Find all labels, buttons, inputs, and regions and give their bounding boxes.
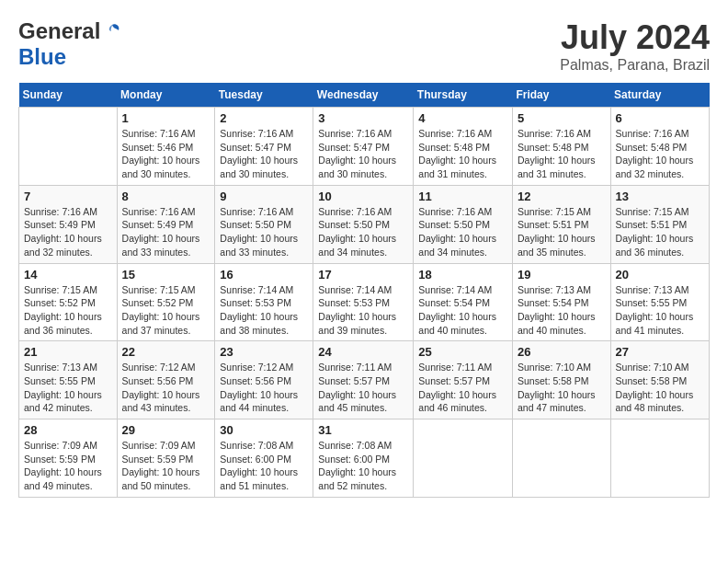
day-info: Sunrise: 7:12 AM Sunset: 5:56 PM Dayligh… xyxy=(122,361,210,415)
day-info: Sunrise: 7:14 AM Sunset: 5:53 PM Dayligh… xyxy=(318,283,408,338)
day-info: Sunrise: 7:14 AM Sunset: 5:53 PM Dayligh… xyxy=(220,283,308,338)
calendar-cell: 18Sunrise: 7:14 AM Sunset: 5:54 PM Dayli… xyxy=(414,263,513,341)
calendar-week-row: 1Sunrise: 7:16 AM Sunset: 5:46 PM Daylig… xyxy=(19,108,710,186)
calendar-cell: 28Sunrise: 7:09 AM Sunset: 5:59 PM Dayli… xyxy=(19,419,118,498)
day-info: Sunrise: 7:16 AM Sunset: 5:48 PM Dayligh… xyxy=(616,127,704,181)
day-info: Sunrise: 7:09 AM Sunset: 5:59 PM Dayligh… xyxy=(24,439,112,493)
calendar-header-row: SundayMondayTuesdayWednesdayThursdayFrid… xyxy=(19,83,710,108)
day-info: Sunrise: 7:16 AM Sunset: 5:48 PM Dayligh… xyxy=(418,127,507,181)
day-info: Sunrise: 7:16 AM Sunset: 5:50 PM Dayligh… xyxy=(318,205,408,259)
calendar-cell: 22Sunrise: 7:12 AM Sunset: 5:56 PM Dayli… xyxy=(117,341,215,419)
calendar-cell: 26Sunrise: 7:10 AM Sunset: 5:58 PM Dayli… xyxy=(512,341,610,419)
col-header-thursday: Thursday xyxy=(414,83,513,108)
calendar-week-row: 28Sunrise: 7:09 AM Sunset: 5:59 PM Dayli… xyxy=(19,419,710,498)
day-info: Sunrise: 7:15 AM Sunset: 5:51 PM Dayligh… xyxy=(518,205,606,259)
day-info: Sunrise: 7:13 AM Sunset: 5:55 PM Dayligh… xyxy=(616,283,704,338)
calendar-cell: 7Sunrise: 7:16 AM Sunset: 5:49 PM Daylig… xyxy=(19,185,118,263)
calendar-cell: 4Sunrise: 7:16 AM Sunset: 5:48 PM Daylig… xyxy=(414,108,513,186)
day-number: 10 xyxy=(318,190,408,203)
day-number: 8 xyxy=(122,190,210,203)
calendar-cell: 5Sunrise: 7:16 AM Sunset: 5:48 PM Daylig… xyxy=(512,108,610,186)
calendar-cell: 19Sunrise: 7:13 AM Sunset: 5:54 PM Dayli… xyxy=(512,263,610,341)
calendar-cell: 25Sunrise: 7:11 AM Sunset: 5:57 PM Dayli… xyxy=(414,341,513,419)
calendar-cell: 2Sunrise: 7:16 AM Sunset: 5:47 PM Daylig… xyxy=(215,108,313,186)
day-number: 2 xyxy=(220,111,308,125)
day-info: Sunrise: 7:08 AM Sunset: 6:00 PM Dayligh… xyxy=(220,439,308,493)
day-number: 17 xyxy=(318,268,408,282)
day-info: Sunrise: 7:14 AM Sunset: 5:54 PM Dayligh… xyxy=(418,283,507,338)
day-number: 4 xyxy=(418,111,507,125)
day-info: Sunrise: 7:16 AM Sunset: 5:49 PM Dayligh… xyxy=(122,205,210,259)
calendar-cell: 1Sunrise: 7:16 AM Sunset: 5:46 PM Daylig… xyxy=(117,108,215,186)
day-info: Sunrise: 7:12 AM Sunset: 5:56 PM Dayligh… xyxy=(220,361,308,415)
calendar-cell: 6Sunrise: 7:16 AM Sunset: 5:48 PM Daylig… xyxy=(610,108,709,186)
day-info: Sunrise: 7:13 AM Sunset: 5:54 PM Dayligh… xyxy=(518,283,606,338)
calendar-cell: 17Sunrise: 7:14 AM Sunset: 5:53 PM Dayli… xyxy=(313,263,414,341)
calendar-cell xyxy=(414,419,513,498)
day-info: Sunrise: 7:15 AM Sunset: 5:52 PM Dayligh… xyxy=(24,283,112,338)
col-header-sunday: Sunday xyxy=(19,83,118,108)
logo-blue: Blue xyxy=(18,44,66,69)
day-number: 15 xyxy=(122,268,210,282)
day-number: 6 xyxy=(616,111,704,125)
day-info: Sunrise: 7:11 AM Sunset: 5:57 PM Dayligh… xyxy=(318,361,408,415)
calendar-cell xyxy=(610,419,709,498)
calendar-cell: 21Sunrise: 7:13 AM Sunset: 5:55 PM Dayli… xyxy=(19,341,118,419)
day-info: Sunrise: 7:08 AM Sunset: 6:00 PM Dayligh… xyxy=(318,439,408,493)
calendar-cell: 27Sunrise: 7:10 AM Sunset: 5:58 PM Dayli… xyxy=(610,341,709,419)
day-info: Sunrise: 7:11 AM Sunset: 5:57 PM Dayligh… xyxy=(418,361,507,415)
day-info: Sunrise: 7:10 AM Sunset: 5:58 PM Dayligh… xyxy=(616,361,704,415)
day-info: Sunrise: 7:16 AM Sunset: 5:47 PM Dayligh… xyxy=(220,127,308,181)
day-number: 7 xyxy=(24,190,112,203)
calendar-cell: 12Sunrise: 7:15 AM Sunset: 5:51 PM Dayli… xyxy=(512,185,610,263)
col-header-monday: Monday xyxy=(117,83,215,108)
day-number: 16 xyxy=(220,268,308,282)
day-number: 19 xyxy=(518,268,606,282)
calendar-week-row: 14Sunrise: 7:15 AM Sunset: 5:52 PM Dayli… xyxy=(19,263,710,341)
calendar-cell: 10Sunrise: 7:16 AM Sunset: 5:50 PM Dayli… xyxy=(313,185,414,263)
day-number: 1 xyxy=(122,111,210,125)
calendar-week-row: 7Sunrise: 7:16 AM Sunset: 5:49 PM Daylig… xyxy=(19,185,710,263)
calendar-cell: 24Sunrise: 7:11 AM Sunset: 5:57 PM Dayli… xyxy=(313,341,414,419)
day-number: 24 xyxy=(318,345,408,359)
day-number: 27 xyxy=(616,345,704,359)
calendar-cell: 30Sunrise: 7:08 AM Sunset: 6:00 PM Dayli… xyxy=(215,419,313,498)
day-info: Sunrise: 7:13 AM Sunset: 5:55 PM Dayligh… xyxy=(24,361,112,415)
calendar-table: SundayMondayTuesdayWednesdayThursdayFrid… xyxy=(18,83,710,498)
day-number: 11 xyxy=(418,190,507,203)
logo-general: General xyxy=(18,18,100,44)
day-number: 12 xyxy=(518,190,606,203)
calendar-cell: 14Sunrise: 7:15 AM Sunset: 5:52 PM Dayli… xyxy=(19,263,118,341)
day-number: 31 xyxy=(318,423,408,437)
day-info: Sunrise: 7:16 AM Sunset: 5:46 PM Dayligh… xyxy=(122,127,210,181)
day-info: Sunrise: 7:16 AM Sunset: 5:50 PM Dayligh… xyxy=(418,205,507,259)
day-number: 26 xyxy=(518,345,606,359)
day-info: Sunrise: 7:16 AM Sunset: 5:50 PM Dayligh… xyxy=(220,205,308,259)
calendar-week-row: 21Sunrise: 7:13 AM Sunset: 5:55 PM Dayli… xyxy=(19,341,710,419)
day-number: 21 xyxy=(24,345,112,359)
day-number: 9 xyxy=(220,190,308,203)
day-info: Sunrise: 7:16 AM Sunset: 5:48 PM Dayligh… xyxy=(518,127,606,181)
calendar-cell: 15Sunrise: 7:15 AM Sunset: 5:52 PM Dayli… xyxy=(117,263,215,341)
day-number: 18 xyxy=(418,268,507,282)
calendar-cell: 3Sunrise: 7:16 AM Sunset: 5:47 PM Daylig… xyxy=(313,108,414,186)
day-info: Sunrise: 7:16 AM Sunset: 5:49 PM Dayligh… xyxy=(24,205,112,259)
calendar-cell: 29Sunrise: 7:09 AM Sunset: 5:59 PM Dayli… xyxy=(117,419,215,498)
page-header: General Blue July 2024 Palmas, Parana, B… xyxy=(18,18,710,74)
day-number: 29 xyxy=(122,423,210,437)
day-info: Sunrise: 7:09 AM Sunset: 5:59 PM Dayligh… xyxy=(122,439,210,493)
calendar-cell: 11Sunrise: 7:16 AM Sunset: 5:50 PM Dayli… xyxy=(414,185,513,263)
day-number: 14 xyxy=(24,268,112,282)
day-number: 5 xyxy=(518,111,606,125)
day-info: Sunrise: 7:16 AM Sunset: 5:47 PM Dayligh… xyxy=(318,127,408,181)
calendar-cell: 31Sunrise: 7:08 AM Sunset: 6:00 PM Dayli… xyxy=(313,419,414,498)
location-subtitle: Palmas, Parana, Brazil xyxy=(560,57,710,74)
day-number: 13 xyxy=(616,190,704,203)
col-header-friday: Friday xyxy=(512,83,610,108)
day-info: Sunrise: 7:15 AM Sunset: 5:52 PM Dayligh… xyxy=(122,283,210,338)
day-number: 3 xyxy=(318,111,408,125)
day-number: 22 xyxy=(122,345,210,359)
day-info: Sunrise: 7:10 AM Sunset: 5:58 PM Dayligh… xyxy=(518,361,606,415)
calendar-cell: 16Sunrise: 7:14 AM Sunset: 5:53 PM Dayli… xyxy=(215,263,313,341)
col-header-tuesday: Tuesday xyxy=(215,83,313,108)
